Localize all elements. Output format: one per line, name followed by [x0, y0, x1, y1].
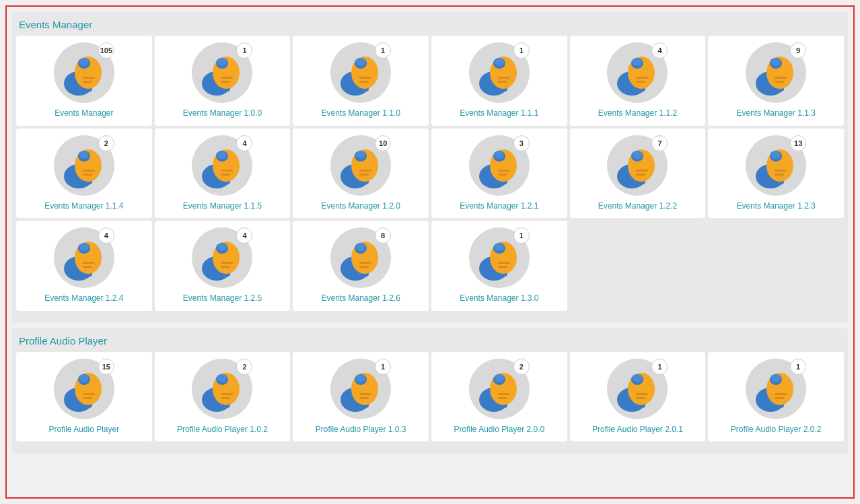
badge-1-4: 1 [651, 359, 668, 375]
badge-0-11: 13 [790, 135, 806, 151]
badge-1-2: 1 [375, 359, 391, 375]
card-1-2[interactable]: 1Profile Audio Player 1.0.3 [293, 352, 429, 442]
icon-wrapper-1-2: 1 [330, 359, 391, 419]
badge-0-9: 3 [513, 135, 530, 151]
svg-point-111 [495, 243, 504, 251]
svg-rect-66 [498, 170, 510, 172]
card-label-0-3: Events Manager 1.1.1 [460, 108, 538, 119]
svg-rect-18 [359, 81, 369, 83]
svg-point-62 [356, 151, 365, 159]
svg-point-69 [495, 151, 504, 159]
card-1-0[interactable]: 15Profile Audio Player [16, 352, 152, 442]
svg-rect-115 [83, 393, 95, 395]
svg-rect-11 [221, 81, 230, 83]
card-label-0-5: Events Manager 1.1.3 [736, 108, 815, 119]
svg-point-146 [633, 374, 642, 382]
card-0-3[interactable]: 1Events Manager 1.1.1 [431, 36, 567, 126]
svg-rect-80 [775, 170, 787, 172]
svg-rect-3 [83, 77, 95, 79]
svg-rect-10 [221, 77, 233, 79]
card-0-9[interactable]: 3Events Manager 1.2.1 [431, 129, 567, 219]
icon-wrapper-0-12: 4 [54, 227, 114, 288]
badge-0-6: 2 [98, 135, 114, 151]
badge-0-0: 105 [98, 42, 114, 59]
badge-1-3: 2 [513, 359, 530, 375]
icon-wrapper-0-2: 1 [330, 42, 391, 103]
card-0-14[interactable]: 8Events Manager 1.2.6 [293, 221, 429, 311]
icon-wrapper-0-0: 105 [54, 42, 114, 103]
card-label-1-2: Profile Audio Player 1.0.3 [316, 425, 406, 435]
svg-rect-87 [83, 262, 95, 264]
icon-wrapper-0-4: 4 [607, 42, 668, 103]
svg-rect-144 [636, 397, 645, 399]
icon-wrapper-1-4: 1 [607, 359, 668, 419]
svg-point-97 [217, 243, 227, 251]
card-0-15[interactable]: 1Events Manager 1.3.0 [431, 221, 567, 311]
svg-rect-74 [636, 174, 645, 176]
svg-point-55 [217, 151, 227, 159]
card-0-12[interactable]: 4Events Manager 1.2.4 [16, 221, 152, 311]
svg-rect-136 [498, 393, 510, 395]
svg-rect-151 [775, 397, 784, 399]
svg-rect-108 [498, 262, 510, 264]
svg-point-6 [79, 58, 89, 66]
card-1-4[interactable]: 1Profile Audio Player 2.0.1 [570, 352, 706, 442]
svg-rect-4 [83, 81, 92, 83]
card-label-0-11: Events Manager 1.2.3 [736, 201, 815, 212]
card-0-0[interactable]: 105Events Manager [16, 36, 152, 126]
icon-wrapper-0-13: 4 [192, 227, 252, 288]
icon-wrapper-0-11: 13 [746, 135, 806, 196]
badge-0-15: 1 [513, 227, 530, 244]
svg-rect-45 [83, 170, 95, 172]
card-label-0-10: Events Manager 1.2.2 [598, 201, 677, 212]
card-1-5[interactable]: 1Profile Audio Player 2.0.2 [708, 352, 844, 442]
card-1-3[interactable]: 2Profile Audio Player 2.0.0 [431, 352, 567, 442]
card-0-1[interactable]: 1Events Manager 1.0.0 [155, 36, 291, 126]
svg-rect-46 [83, 174, 92, 176]
badge-0-14: 8 [375, 227, 391, 244]
svg-rect-17 [359, 77, 371, 79]
svg-point-41 [771, 58, 781, 66]
card-0-2[interactable]: 1Events Manager 1.1.0 [293, 36, 429, 126]
icon-wrapper-1-3: 2 [469, 359, 530, 419]
svg-point-104 [356, 243, 365, 251]
svg-point-76 [633, 151, 642, 159]
card-0-13[interactable]: 4Events Manager 1.2.5 [155, 221, 291, 311]
card-0-11[interactable]: 13Events Manager 1.2.3 [708, 129, 844, 219]
card-1-1[interactable]: 2Profile Audio Player 1.0.2 [155, 352, 291, 442]
icon-wrapper-0-6: 2 [54, 135, 114, 196]
section-grid-0: 105Events Manager 1Events Manager 1.0.0 [16, 36, 844, 311]
icon-wrapper-0-9: 3 [469, 135, 530, 196]
card-0-10[interactable]: 7Events Manager 1.2.2 [570, 129, 706, 219]
svg-rect-137 [498, 397, 507, 399]
svg-rect-129 [359, 393, 371, 395]
card-0-6[interactable]: 2Events Manager 1.1.4 [16, 129, 152, 219]
card-label-1-1: Profile Audio Player 1.0.2 [177, 425, 268, 435]
svg-rect-31 [636, 77, 648, 79]
card-label-0-1: Events Manager 1.0.0 [183, 108, 262, 119]
icon-wrapper-0-10: 7 [607, 135, 668, 196]
svg-rect-130 [359, 397, 369, 399]
badge-1-0: 15 [98, 359, 114, 375]
card-label-0-2: Events Manager 1.1.0 [321, 108, 400, 119]
svg-rect-59 [359, 170, 371, 172]
card-label-0-12: Events Manager 1.2.4 [44, 293, 123, 304]
svg-point-139 [495, 374, 504, 382]
icon-wrapper-0-1: 1 [192, 42, 252, 103]
svg-rect-95 [221, 266, 230, 268]
card-label-0-0: Events Manager [55, 108, 113, 119]
svg-rect-116 [83, 397, 92, 399]
card-0-8[interactable]: 10Events Manager 1.2.0 [293, 129, 429, 219]
svg-rect-81 [775, 174, 784, 176]
card-0-5[interactable]: 9Events Manager 1.1.3 [708, 36, 844, 126]
card-label-0-9: Events Manager 1.2.1 [460, 201, 538, 212]
svg-point-153 [771, 374, 781, 382]
card-0-7[interactable]: 4Events Manager 1.1.5 [155, 129, 291, 219]
icon-wrapper-1-0: 15 [54, 359, 114, 419]
card-label-1-3: Profile Audio Player 2.0.0 [454, 425, 544, 435]
svg-rect-101 [359, 262, 371, 264]
svg-point-13 [217, 58, 227, 66]
svg-rect-32 [636, 81, 645, 83]
svg-rect-150 [775, 393, 787, 395]
card-0-4[interactable]: 4Events Manager 1.1.2 [570, 36, 706, 126]
